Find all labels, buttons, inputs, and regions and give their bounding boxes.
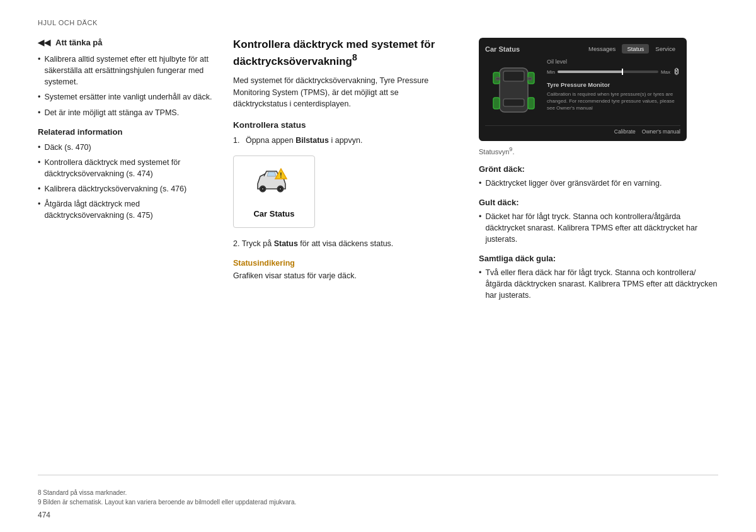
think-bullet-list: Kalibrera alltid systemet efter ett hjul…	[38, 54, 220, 118]
app-icon-box[interactable]: ! Car Status	[233, 156, 315, 228]
step-1: 1. Öppna appen Bilstatus i appvyn.	[233, 135, 454, 147]
list-item: Kalibrera däcktrycksövervakning (s. 476)	[38, 183, 220, 195]
page-header-label: HJUL OCH DÄCK	[38, 19, 718, 26]
list-item: Systemet ersätter inte vanligt underhåll…	[38, 91, 220, 103]
svg-rect-14	[528, 77, 532, 80]
screen-topbar: Car Status Messages Status Service	[485, 44, 680, 54]
footnote-9: 9 Bilden är schematisk. Layout kan varie…	[38, 497, 718, 507]
yellow-tire-section: Gult däck: Däcket har för lågt tryck. St…	[479, 198, 718, 245]
related-bullet-list: Däck (s. 470) Kontrollera däcktryck med …	[38, 142, 220, 222]
left-column: ◀◀ Att tänka på Kalibrera alltid systeme…	[38, 38, 233, 475]
svg-rect-12	[528, 98, 534, 109]
kontrollera-status-heading: Kontrollera status	[233, 120, 454, 130]
oil-icon: 🛢	[673, 67, 680, 76]
statusindikering-title: Statusindikering	[233, 259, 454, 268]
list-item: Däcket har för lågt tryck. Stanna och ko…	[479, 211, 718, 245]
statusindikering-desc: Grafiken visar status för varje däck.	[233, 270, 454, 282]
svg-rect-11	[493, 98, 500, 109]
calibrate-button[interactable]: Calibrate	[614, 128, 636, 135]
think-header: ◀◀ Att tänka på	[38, 38, 220, 47]
app-icon-symbol: !	[254, 165, 294, 205]
car-status-screen: Car Status Messages Status Service	[479, 38, 687, 141]
list-item: Två eller flera däck har för lågt tryck.…	[479, 267, 718, 301]
all-yellow-bullet-list: Två eller flera däck har för lågt tryck.…	[479, 267, 718, 301]
footnotes: 8 Standard på vissa marknader. 9 Bilden …	[38, 488, 718, 507]
list-item: Däck (s. 470)	[38, 142, 220, 153]
oil-bar	[558, 71, 658, 73]
tab-service[interactable]: Service	[650, 44, 680, 54]
list-item: Kontrollera däcktryck med systemet för d…	[38, 157, 220, 179]
oil-bar-fill	[558, 71, 623, 73]
tpm-title: Tyre Pressure Monitor	[547, 81, 680, 88]
owners-manual-button[interactable]: Owner's manual	[642, 128, 680, 135]
statusvyn-note: Statusvyn9.	[479, 146, 718, 156]
page-footer: 8 Standard på vissa marknader. 9 Bilden …	[38, 475, 718, 519]
right-column: Car Status Messages Status Service	[472, 38, 718, 475]
oil-max-label: Max	[661, 69, 670, 75]
tab-status[interactable]: Status	[622, 44, 649, 54]
svg-point-2	[261, 188, 264, 190]
svg-point-3	[279, 188, 282, 190]
step-2: 2. Tryck på Status för att visa däckens …	[233, 238, 454, 250]
page-number: 474	[38, 511, 718, 519]
tab-messages[interactable]: Messages	[583, 44, 621, 54]
section-heading: Kontrollera däcktryck med systemet för d…	[233, 38, 454, 69]
svg-rect-8	[503, 99, 524, 106]
list-item: Däcktrycket ligger över gränsvärdet för …	[479, 178, 718, 189]
svg-rect-13	[496, 77, 500, 80]
screen-body: Oil level Min Max 🛢 Tyre Pressure Monito…	[485, 59, 680, 122]
screen-tabs: Messages Status Service	[583, 44, 680, 54]
all-yellow-title: Samtliga däck gula:	[479, 254, 718, 263]
list-item: Kalibrera alltid systemet efter ett hjul…	[38, 54, 220, 88]
footnote-8: 8 Standard på vissa marknader.	[38, 488, 718, 497]
screen-car-panel	[485, 59, 542, 122]
oil-min-label: Min	[547, 69, 555, 75]
yellow-bullet-list: Däcket har för lågt tryck. Stanna och ko…	[479, 211, 718, 245]
screen-footer: Calibrate Owner's manual	[485, 125, 680, 135]
middle-column: Kontrollera däcktryck med systemet för d…	[233, 38, 472, 475]
yellow-title: Gult däck:	[479, 198, 718, 207]
green-bullet-list: Däcktrycket ligger över gränsvärdet för …	[479, 178, 718, 189]
svg-rect-7	[503, 71, 524, 81]
intro-text: Med systemet för däcktrycksövervakning, …	[233, 75, 454, 110]
list-item: Åtgärda lågt däcktryck med däcktrycksöve…	[38, 198, 220, 221]
oil-bar-container: Min Max 🛢	[547, 67, 680, 76]
screen-title: Car Status	[485, 45, 520, 53]
all-yellow-section: Samtliga däck gula: Två eller flera däck…	[479, 254, 718, 301]
think-title: Att tänka på	[55, 38, 102, 47]
screen-info-panel: Oil level Min Max 🛢 Tyre Pressure Monito…	[547, 59, 680, 122]
tpm-desc: Calibration is required when tyre pressu…	[547, 91, 680, 112]
svg-text:!: !	[280, 172, 282, 179]
green-title: Grönt däck:	[479, 164, 718, 174]
app-icon-label: Car Status	[253, 209, 294, 218]
oil-marker	[622, 69, 623, 75]
oil-level-label: Oil level	[547, 59, 680, 65]
green-tire-section: Grönt däck: Däcktrycket ligger över grän…	[479, 164, 718, 189]
chevron-double-icon: ◀◀	[38, 38, 50, 47]
list-item: Det är inte möjligt att stänga av TPMS.	[38, 107, 220, 118]
related-title: Relaterad information	[38, 127, 220, 137]
